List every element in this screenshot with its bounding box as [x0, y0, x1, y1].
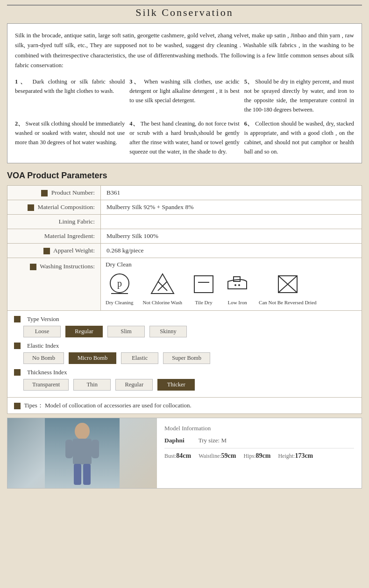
thickness-option-thin[interactable]: Thin [73, 379, 111, 391]
dry-cleaning-svg: p [107, 272, 132, 296]
param-value-lining [101, 214, 362, 229]
svg-point-15 [75, 423, 90, 440]
param-label-product-number: Product Number: [7, 185, 101, 200]
washing-icons-cell: Dry Clean p Dry Cleaning [101, 258, 362, 310]
elastic-index-label: Elastic Index [27, 342, 59, 350]
elastic-option-superbomb[interactable]: Super Bomb [163, 352, 210, 364]
washing-instructions-value: Dry Clean [106, 261, 357, 268]
silk-rule: 5、 Should be dry in eighty percent, and … [244, 77, 354, 114]
washing-instructions-row: Washing Instructions: Dry Clean p Dry Cl [7, 258, 362, 310]
params-table: Product Number: B361 Material Compositio… [7, 185, 362, 311]
measurement-item: Waistline:59cm [199, 452, 236, 460]
elastic-option-elastic[interactable]: Elastic [121, 352, 158, 364]
svg-rect-19 [74, 464, 81, 485]
param-label-material-comp: Material Composition: [7, 200, 101, 214]
low-iron-svg [225, 272, 249, 296]
silk-rule: 3、 When washing silk clothes, use acidic… [129, 77, 239, 114]
svg-marker-3 [151, 274, 174, 294]
param-icon [41, 190, 48, 196]
type-version-options: Loose Regular Slim Skinny [23, 326, 355, 337]
wash-icon-no-chlorine: Not Chlorine Wash [143, 272, 182, 306]
type-option-skinny[interactable]: Skinny [149, 326, 187, 337]
model-section: Model Information Daphni Try size: M Bus… [7, 418, 362, 489]
thickness-options: Transparent Thin Regular Thicker [23, 379, 355, 391]
param-label-lining: Lining Fabric: [7, 214, 101, 229]
no-chlorine-svg [150, 272, 175, 296]
silk-conservation-section: Silk Conservation Silk in the brocade, a… [7, 5, 362, 163]
param-label-weight: Apparel Weight: [7, 243, 101, 258]
table-row: Product Number: B361 [7, 185, 362, 200]
elastic-option-microbomb[interactable]: Micro Bomb [69, 352, 116, 364]
svg-point-10 [238, 284, 240, 286]
silk-rules: 1、 Dark clothing or silk fabric should b… [15, 77, 354, 156]
table-row: Material Ingredient: Mulberry Silk 100% [7, 229, 362, 243]
type-option-regular[interactable]: Regular [65, 326, 103, 337]
model-try-size: Try size: M [199, 437, 227, 444]
silk-intro: Silk in the brocade, antique satin, larg… [15, 30, 354, 70]
table-row: Material Composition: Mulberry Silk 92% … [7, 200, 362, 214]
svg-rect-20 [83, 464, 91, 485]
wash-icon-no-reverse: Can Not Be Reversed Dried [259, 272, 316, 306]
param-icon [43, 248, 50, 254]
svg-rect-16 [73, 439, 92, 464]
wash-icon-label-tile: Tile Dry [195, 299, 212, 306]
tipes-cell: Tipes： Model of collocation of accessori… [7, 398, 362, 414]
param-icon [30, 264, 36, 270]
table-row: Apparel Weight: 0.268 kg/piece [7, 243, 362, 258]
thickness-index-label: Thickness Index [27, 369, 67, 376]
type-version-icon [14, 316, 21, 322]
param-label-material-ing: Material Ingredient: [7, 229, 101, 243]
tipes-row: Tipes： Model of collocation of accessori… [7, 398, 362, 414]
wash-icon-label-reverse: Can Not Be Reversed Dried [259, 299, 316, 306]
param-value-material-ing: Mulberry Silk 100% [101, 229, 362, 243]
tipes-icon [14, 403, 21, 409]
model-name: Daphni [164, 437, 184, 444]
no-reverse-svg [276, 272, 300, 296]
silk-box: Silk in the brocade, antique satin, larg… [7, 23, 362, 163]
wash-icon-label-chlorine: Not Chlorine Wash [143, 299, 182, 306]
elastic-options: No Bomb Micro Bomb Elastic Super Bomb [23, 352, 355, 364]
voa-section-title: VOA Product Parameters [7, 171, 362, 181]
thickness-index-group: Thickness Index [14, 369, 355, 376]
svg-rect-8 [234, 277, 240, 281]
elastic-index-group: Elastic Index [14, 342, 355, 350]
model-silhouette [45, 418, 120, 488]
silk-rule: 4、 The best hand cleaning, do not force … [129, 119, 239, 156]
type-version-group: Type Version [14, 315, 355, 323]
svg-rect-17 [65, 440, 73, 458]
model-photo-placeholder [7, 418, 157, 488]
type-version-row: Type Version Loose Regular Slim Skinny E… [7, 311, 362, 398]
measurement-item: Bust:84cm [164, 452, 191, 460]
version-table: Type Version Loose Regular Slim Skinny E… [7, 310, 362, 414]
model-photo [7, 418, 157, 488]
table-row: Lining Fabric: [7, 214, 362, 229]
tile-dry-svg [192, 272, 216, 296]
voa-section: VOA Product Parameters Product Number: B… [7, 171, 362, 414]
model-info-title: Model Information [164, 425, 354, 432]
page-wrapper: Silk Conservation Silk in the brocade, a… [0, 0, 369, 493]
svg-rect-18 [92, 440, 99, 458]
elastic-icon [14, 343, 21, 349]
model-measurements: Bust:84cmWaistline:59cmHips:89cmHeight:1… [164, 452, 354, 460]
svg-text:p: p [117, 278, 122, 289]
type-option-slim[interactable]: Slim [107, 326, 145, 337]
silk-title: Silk Conservation [7, 7, 362, 19]
wash-icon-label-iron: Low Iron [227, 299, 247, 306]
thickness-icon [14, 369, 21, 376]
wash-icon-tile-dry: Tile Dry [192, 272, 216, 306]
type-version-label: Type Version [27, 315, 59, 323]
wash-icon-dry-cleaning: p Dry Cleaning [106, 272, 134, 306]
elastic-option-nobomb[interactable]: No Bomb [23, 352, 64, 364]
wash-icon-low-iron: Low Iron [225, 272, 249, 306]
param-label-washing: Washing Instructions: [7, 258, 101, 310]
thickness-option-thicker[interactable]: Thicker [157, 379, 195, 391]
param-value-product-number: B361 [101, 185, 362, 200]
version-cell: Type Version Loose Regular Slim Skinny E… [7, 311, 362, 398]
silk-rule: 2、 Sweat silk clothing should be immedia… [15, 119, 125, 156]
model-info: Model Information Daphni Try size: M Bus… [157, 418, 362, 488]
model-name-row: Daphni Try size: M [164, 437, 354, 448]
thickness-option-transparent[interactable]: Transparent [23, 379, 69, 391]
wash-icon-label-dry: Dry Cleaning [106, 299, 134, 306]
type-option-loose[interactable]: Loose [23, 326, 61, 337]
thickness-option-regular[interactable]: Regular [115, 379, 153, 391]
